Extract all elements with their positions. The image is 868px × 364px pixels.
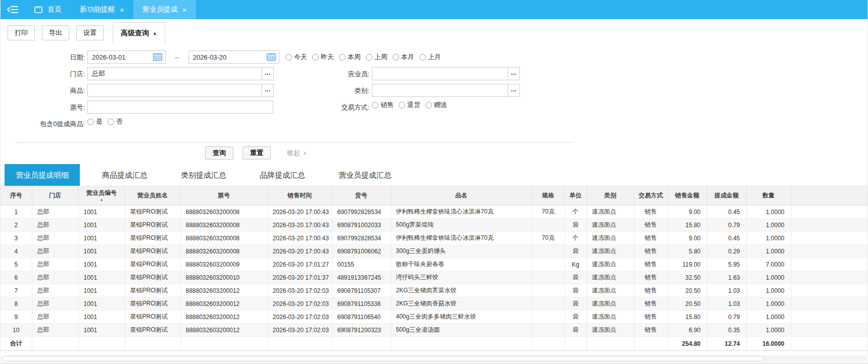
date-to-input[interactable]: 2026-03-20 — [188, 50, 279, 64]
advanced-query-button[interactable]: 高级查询 ▲ — [113, 22, 165, 43]
collapse-label: 收起 — [287, 148, 300, 158]
trade-type-option[interactable]: 赠送 — [425, 100, 447, 110]
subtab-3[interactable]: 品牌提成汇总 — [249, 164, 316, 186]
close-icon[interactable]: × — [120, 6, 124, 14]
collapse-panel-link[interactable]: 收起 ∧ — [287, 148, 307, 158]
subtab-4[interactable]: 营业员提成汇总 — [327, 164, 403, 186]
quick-date-option[interactable]: 昨天 — [312, 53, 334, 62]
store-value[interactable]: 总部 — [88, 68, 262, 80]
print-button[interactable]: 打印 — [8, 25, 35, 40]
trade-type-option[interactable]: 退货 — [399, 100, 420, 110]
radio-icon[interactable] — [425, 102, 432, 109]
reset-button[interactable]: 重置 — [243, 146, 271, 160]
quick-date-option[interactable]: 上月 — [419, 53, 441, 62]
calendar-icon[interactable] — [153, 53, 164, 62]
column-header-9[interactable]: 单位 — [564, 186, 587, 205]
category-lookup-button[interactable]: ••• — [508, 84, 519, 96]
settings-button[interactable]: 设置 — [76, 25, 104, 40]
column-header-8[interactable]: 规格 — [532, 186, 564, 205]
column-header-1[interactable]: 门店 — [32, 186, 78, 205]
table-row[interactable]: 7总部1001星锐PRO测试88880326032000122026-03-20… — [1, 284, 868, 297]
cell: 6908791105307 — [332, 284, 391, 297]
product-input[interactable]: ••• — [87, 84, 274, 97]
radio-icon[interactable] — [372, 102, 378, 109]
table-row[interactable]: 5总部1001星锐PRO测试88880326032000092026-03-20… — [1, 258, 868, 271]
column-header-14[interactable]: 数量 — [746, 186, 791, 205]
cell: 6908791200323 — [332, 324, 391, 337]
table-row[interactable]: 10总部1001星锐PRO测试88880326032000122026-03-2… — [1, 324, 868, 337]
export-button[interactable]: 导出 — [42, 25, 69, 40]
subtab-1[interactable]: 商品提成汇总 — [91, 164, 159, 186]
menu-collapse-icon[interactable] — [1, 0, 25, 19]
ticket-input[interactable] — [87, 100, 273, 114]
total-cell: 16.0000 — [746, 337, 791, 351]
cell: 500g荠菜馄饨 — [391, 219, 532, 232]
clerk-input[interactable]: ••• — [372, 67, 520, 80]
quick-date-option[interactable]: 上周 — [366, 53, 388, 62]
cell-filler — [791, 205, 868, 219]
column-header-10[interactable]: 类别 — [587, 186, 634, 205]
table-row[interactable]: 8总部1001星锐PRO测试88880326032000122026-03-20… — [1, 297, 868, 310]
column-header-3[interactable]: 营业员姓名 — [125, 186, 180, 205]
radio-icon[interactable] — [312, 54, 319, 61]
radio-icon[interactable] — [285, 54, 292, 61]
quick-date-option[interactable]: 本月 — [393, 53, 414, 62]
column-header-2[interactable]: 营业员编号▲ — [78, 186, 125, 205]
radio-icon[interactable] — [393, 54, 399, 61]
column-header-12[interactable]: 销售金额 — [667, 186, 707, 205]
column-header-7[interactable]: 品名 — [391, 186, 532, 205]
cell: 6908791002033 — [332, 219, 391, 232]
radio-icon[interactable] — [339, 54, 346, 61]
date-from-value[interactable]: 2026-03-01 — [88, 54, 153, 61]
clerk-value[interactable] — [372, 68, 508, 80]
tab-new-feature[interactable]: 新功能提醒 × — [71, 0, 133, 19]
date-to-value[interactable]: 2026-03-20 — [189, 54, 266, 61]
radio-icon[interactable] — [87, 119, 94, 125]
product-category-row: 商品: ••• 类别: ••• — [1, 82, 867, 99]
date-from-input[interactable]: 2026-03-01 — [87, 50, 166, 64]
cell: 7.0000 — [746, 258, 791, 271]
product-lookup-button[interactable]: ••• — [262, 84, 273, 96]
subtab-0[interactable]: 营业员提成明细 — [5, 164, 80, 186]
radio-icon[interactable] — [399, 102, 405, 109]
trade-type-option[interactable]: 销售 — [372, 100, 394, 110]
tab-clerk-commission[interactable]: 营业员提成 × — [133, 0, 196, 19]
product-value[interactable] — [88, 84, 262, 96]
zero-commission-option[interactable]: 否 — [108, 117, 123, 126]
store-lookup-button[interactable]: ••• — [262, 68, 273, 80]
column-header-11[interactable]: 交易方式 — [634, 186, 667, 205]
column-header-13[interactable]: 提成金额 — [707, 186, 746, 205]
column-header-4[interactable]: 票号 — [180, 186, 267, 205]
scrollbar-thumb[interactable] — [2, 356, 763, 361]
calendar-icon[interactable] — [266, 53, 277, 62]
quick-date-option[interactable]: 今天 — [285, 53, 307, 62]
radio-icon[interactable] — [108, 119, 114, 125]
clerk-lookup-button[interactable]: ••• — [508, 68, 519, 80]
total-cell — [532, 337, 564, 351]
table-row[interactable]: 2总部1001星锐PRO测试88880326032000082026-03-20… — [1, 219, 868, 232]
zero-commission-option[interactable]: 是 — [87, 117, 103, 126]
column-header-6[interactable]: 货号 — [332, 186, 391, 205]
table-row[interactable]: 9总部1001星锐PRO测试88880326032000122026-03-20… — [1, 310, 868, 324]
category-value[interactable] — [372, 84, 508, 96]
total-cell — [587, 337, 634, 351]
cell: 星锐PRO测试 — [125, 284, 180, 297]
table-row[interactable]: 3总部1001星锐PRO测试88880326032000082026-03-20… — [1, 232, 868, 245]
quick-date-option[interactable]: 本周 — [339, 53, 361, 62]
table-row[interactable]: 4总部1001星锐PRO测试88880326032000082026-03-20… — [1, 245, 868, 258]
query-button[interactable]: 查询 — [205, 146, 233, 160]
cell: 个 — [564, 232, 587, 245]
column-header-5[interactable]: 销售时间 — [267, 186, 332, 205]
category-input[interactable]: ••• — [372, 84, 520, 97]
table-row[interactable]: 6总部1001星锐PRO测试88880326032000102026-03-20… — [1, 271, 868, 284]
table-row[interactable]: 1总部1001星锐PRO测试88880326032000082026-03-20… — [1, 205, 868, 219]
tab-home[interactable]: 首页 — [25, 0, 71, 19]
cell: 70克 — [532, 205, 564, 219]
store-input[interactable]: 总部 ••• — [87, 67, 274, 80]
close-icon[interactable]: × — [182, 6, 187, 14]
horizontal-scrollbar[interactable] — [2, 355, 866, 362]
column-header-0[interactable]: 序号 — [1, 186, 32, 205]
radio-icon[interactable] — [366, 54, 372, 61]
radio-icon[interactable] — [419, 54, 426, 61]
subtab-2[interactable]: 类别提成汇总 — [170, 164, 237, 186]
